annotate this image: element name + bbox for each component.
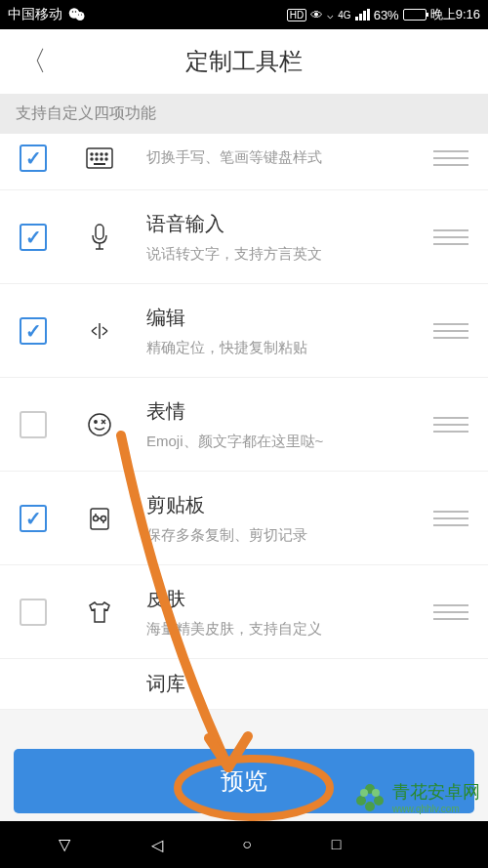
battery-icon [403,9,427,21]
item-title: 表情 [146,398,433,425]
item-desc: 保存多条复制、剪切记录 [146,526,433,545]
list-item: 编辑 精确定位，快捷复制粘贴 [0,284,488,378]
eye-icon: 👁 [310,8,323,22]
list-item: 皮肤 海量精美皮肤，支持自定义 [0,565,488,659]
checkbox[interactable] [20,224,47,251]
nav-back[interactable]: ◁ [151,836,163,854]
svg-point-30 [374,796,384,806]
nav-menu[interactable]: ▷ [56,839,74,850]
svg-point-3 [75,11,77,13]
svg-point-1 [76,12,85,21]
page-title: 定制工具栏 [185,46,303,77]
drag-handle[interactable] [433,604,468,620]
watermark: 青花安卓网 www.qhhlv.com [353,780,480,814]
toolbar-list: 切换手写、笔画等键盘样式 语音输入 说话转文字，支持方言英文 编辑 精确定位，快… [0,134,488,710]
nav-recent[interactable]: □ [332,836,342,853]
item-desc: 切换手写、笔画等键盘样式 [146,148,433,167]
svg-point-29 [356,796,366,806]
checkbox[interactable] [20,317,47,345]
svg-point-14 [105,158,107,160]
svg-point-12 [96,158,98,160]
back-button[interactable]: 〈 [20,43,47,80]
checkbox[interactable] [20,599,47,626]
svg-point-21 [95,420,97,422]
svg-point-23 [94,516,99,520]
drag-handle[interactable] [433,511,468,526]
svg-point-9 [101,153,102,155]
svg-point-7 [91,153,93,155]
battery-label: 63% [374,8,399,22]
cursor-icon [82,319,117,343]
preview-label: 预览 [221,765,267,797]
nav-bar: ▷ ◁ ○ □ x [0,821,488,868]
list-item: 词库 [0,659,488,710]
svg-point-32 [360,789,368,797]
drag-handle[interactable] [433,323,468,339]
keyboard-icon [82,147,117,169]
checkbox[interactable] [20,145,47,172]
item-title: 编辑 [146,305,433,331]
signal-icon [355,9,370,21]
item-title: 词库 [146,671,433,697]
list-item: 剪贴板 保存多条复制、剪切记录 [0,472,488,565]
drag-handle[interactable] [433,229,468,245]
svg-point-8 [96,153,98,155]
svg-point-4 [78,14,79,15]
carrier-label: 中国移动 [8,6,62,23]
emoji-icon [82,412,117,437]
item-desc: 说话转文字，支持方言英文 [146,245,433,264]
svg-point-11 [91,158,93,160]
svg-point-10 [105,153,107,155]
checkbox[interactable] [20,505,47,532]
nav-home[interactable]: ○ [242,836,252,853]
svg-point-33 [372,789,380,797]
clipboard-icon [82,506,117,531]
watermark-text: 青花安卓网 [392,780,480,804]
wechat-icon [68,7,86,22]
status-bar: 中国移动 HD 👁 ⌵ 4G 63% 晚上9:16 [0,0,488,29]
network-label: 4G [338,10,350,21]
svg-rect-16 [96,225,103,239]
list-item: 语音输入 说话转文字，支持方言英文 [0,190,488,284]
item-title: 语音输入 [146,211,433,237]
svg-point-2 [72,11,74,13]
list-item: 切换手写、笔画等键盘样式 [0,134,488,190]
watermark-url: www.qhhlv.com [392,804,480,814]
watermark-logo-icon [353,781,386,814]
wifi-icon: ⌵ [327,9,334,21]
hd-badge: HD [287,9,306,21]
header: 〈 定制工具栏 [0,29,488,94]
svg-point-5 [81,14,82,15]
shirt-icon [82,600,117,624]
list-item: 表情 Emoji、颜文字都在这里哒~ [0,378,488,472]
item-desc: 海量精美皮肤，支持自定义 [146,620,433,639]
item-desc: Emoji、颜文字都在这里哒~ [146,433,433,451]
checkbox[interactable] [20,411,47,438]
notice-bar: 支持自定义四项功能 [0,94,488,134]
svg-point-31 [365,802,375,811]
time-label: 晚上9:16 [430,6,480,23]
drag-handle[interactable] [433,417,468,433]
svg-point-24 [102,516,106,520]
drag-handle[interactable] [433,150,468,166]
item-title: 皮肤 [146,586,433,612]
item-desc: 精确定位，快捷复制粘贴 [146,339,433,357]
svg-point-13 [101,158,102,160]
microphone-icon [82,224,117,251]
svg-point-20 [89,414,110,435]
item-title: 剪贴板 [146,492,433,518]
